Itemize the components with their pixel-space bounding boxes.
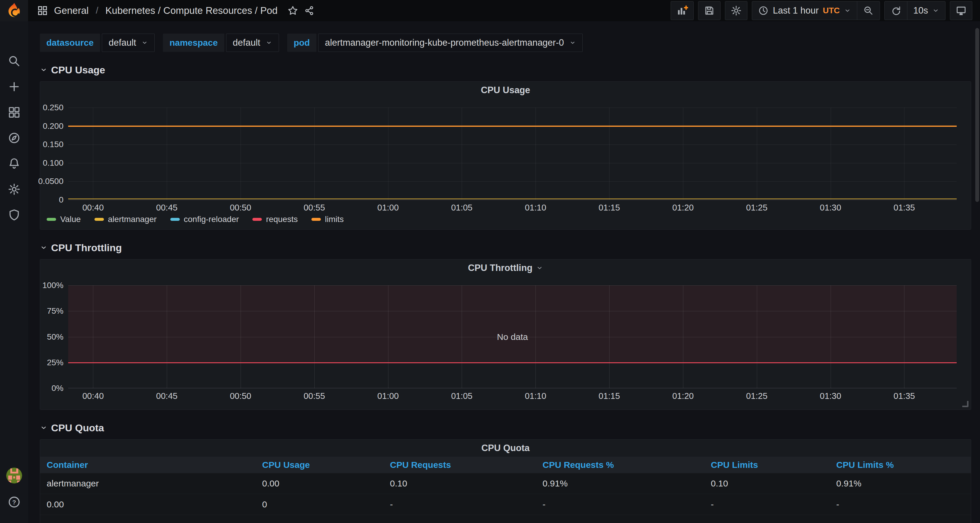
table-header-cell[interactable]: Container (40, 456, 256, 473)
table-cell: 0.00 (256, 473, 383, 494)
table-cell: 0.10 (383, 473, 536, 494)
legend-swatch (312, 218, 321, 221)
y-tick-label: 0% (52, 384, 64, 393)
grafana-logo[interactable] (0, 0, 28, 21)
variable-selected-value: alertmanager-monitoring-kube-prometheus-… (325, 38, 564, 48)
no-data-text: No data (68, 332, 957, 342)
dashboards-icon[interactable] (7, 106, 21, 119)
plot-area[interactable]: No data (68, 285, 957, 388)
explore-compass-icon[interactable] (7, 131, 21, 145)
panel-title-cpu-throttling[interactable]: CPU Throttling (40, 260, 971, 277)
variable-value-namespace[interactable]: default (226, 33, 279, 52)
toolbar-actions: Last 1 hour UTC 10s (671, 1, 972, 20)
legend-item[interactable]: alertmanager (94, 215, 157, 224)
variable-label-datasource: datasource (40, 33, 100, 52)
legend-item[interactable]: config-reloader (170, 215, 239, 224)
table-cell: 0.91% (536, 473, 704, 494)
legend-item[interactable]: requests (252, 215, 298, 224)
table-header-cell[interactable]: CPU Requests % (536, 456, 704, 473)
variable-pod: pod alertmanager-monitoring-kube-prometh… (287, 33, 583, 52)
dashboard-settings-button[interactable] (725, 1, 748, 20)
server-admin-shield-icon[interactable] (7, 208, 21, 222)
y-tick-label: 75% (47, 306, 64, 316)
help-icon[interactable]: ? (7, 495, 21, 509)
table-row: 0.000---- (40, 494, 971, 515)
time-range-label: Last 1 hour (773, 5, 819, 16)
chevron-down-icon (266, 40, 272, 46)
table-header-cell[interactable]: CPU Requests (383, 456, 536, 473)
y-axis: 100%75%50%25%0% (40, 285, 68, 388)
vertical-gridline (609, 108, 609, 200)
chevron-down-icon (142, 40, 148, 46)
horizontal-gridline (68, 181, 957, 182)
table-cell: - (383, 494, 536, 515)
threshold-fill-region (68, 285, 957, 363)
breadcrumb-dashboard-title[interactable]: Kubernetes / Compute Resources / Pod (105, 5, 277, 16)
add-panel-button[interactable] (671, 1, 694, 20)
create-plus-icon[interactable] (7, 80, 21, 94)
share-icon[interactable] (304, 5, 315, 16)
table-header-cell[interactable]: CPU Limits (704, 456, 830, 473)
x-tick-label: 00:55 (304, 203, 325, 212)
table-cell: - (536, 494, 704, 515)
x-tick-label: 00:50 (230, 391, 251, 401)
variable-value-pod[interactable]: alertmanager-monitoring-kube-prometheus-… (318, 33, 583, 52)
settings-gear-icon[interactable] (7, 182, 21, 196)
table-header-cell[interactable]: CPU Usage (256, 456, 383, 473)
horizontal-gridline (68, 144, 957, 145)
variable-namespace: namespace default (163, 33, 279, 52)
vertical-gridline (757, 108, 757, 200)
vertical-gridline (314, 108, 315, 200)
legend-label: limits (325, 215, 344, 224)
user-avatar[interactable] (6, 468, 22, 483)
save-dashboard-button[interactable] (698, 1, 721, 20)
search-icon[interactable] (7, 54, 21, 68)
zoom-out-button[interactable] (857, 2, 880, 20)
legend-swatch (47, 218, 56, 221)
refresh-button[interactable] (885, 2, 907, 20)
x-tick-label: 01:15 (599, 203, 620, 212)
x-tick-label: 01:30 (820, 391, 841, 401)
panel-title-text: CPU Quota (481, 443, 530, 453)
row-toggle-cpu-quota[interactable]: CPU Quota (40, 420, 971, 435)
x-tick-label: 01:10 (525, 391, 546, 401)
dashboard-variables-row: datasource default namespace default pod… (40, 33, 971, 52)
vertical-gridline (93, 108, 93, 200)
refresh-interval-dropdown[interactable]: 10s (907, 2, 945, 20)
star-icon[interactable] (288, 5, 298, 16)
cpu-usage-chart: 0.2500.2000.1500.1000.05000 00:4000:4500… (40, 99, 971, 229)
panel-title-cpu-quota[interactable]: CPU Quota (40, 439, 971, 456)
x-tick-label: 01:00 (377, 203, 399, 212)
variable-label-pod: pod (287, 33, 317, 52)
kiosk-mode-button[interactable] (950, 1, 972, 20)
breadcrumb-folder[interactable]: General (54, 5, 89, 16)
legend-label: alertmanager (108, 215, 157, 224)
vertical-scrollbar-thumb[interactable] (975, 28, 979, 202)
legend-item[interactable]: limits (312, 215, 344, 224)
vertical-gridline (683, 108, 683, 200)
y-tick-label: 0.100 (43, 158, 64, 168)
refresh-group: 10s (885, 1, 945, 20)
table-header-cell[interactable]: CPU Limits % (830, 456, 971, 473)
x-tick-label: 00:50 (230, 203, 251, 212)
breadcrumb: General / Kubernetes / Compute Resources… (37, 5, 315, 16)
x-axis: 00:4000:4500:5000:5501:0001:0501:1001:15… (68, 388, 957, 402)
time-picker-group: Last 1 hour UTC (752, 1, 880, 20)
x-tick-label: 00:45 (156, 391, 178, 401)
variable-value-datasource[interactable]: default (102, 33, 155, 52)
time-range-picker[interactable]: Last 1 hour UTC (752, 2, 857, 20)
chevron-down-icon (40, 244, 48, 252)
row-toggle-cpu-throttling[interactable]: CPU Throttling (40, 240, 971, 255)
table-cell: 0.00 (40, 494, 256, 515)
alerting-bell-icon[interactable] (7, 157, 21, 170)
panel-title-cpu-usage[interactable]: CPU Usage (40, 82, 971, 99)
plot-area[interactable] (68, 108, 957, 200)
x-tick-label: 01:20 (673, 391, 694, 401)
legend-item[interactable]: Value (47, 215, 81, 224)
panel-resize-handle[interactable] (962, 401, 969, 407)
row-toggle-cpu-usage[interactable]: CPU Usage (40, 62, 971, 77)
x-tick-label: 00:40 (82, 391, 104, 401)
dashboard-grid-icon[interactable] (37, 5, 48, 16)
section-title: CPU Quota (51, 422, 104, 434)
y-tick-label: 0.0500 (38, 177, 64, 186)
